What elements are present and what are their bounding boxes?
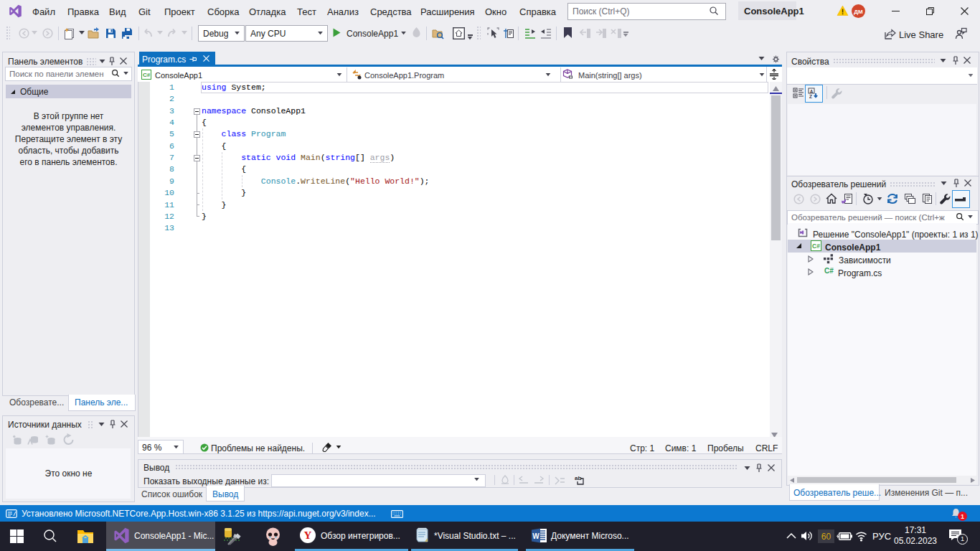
svg-text:W: W [532, 532, 540, 540]
svg-text:Z: Z [809, 94, 812, 99]
svg-text:A: A [810, 89, 814, 94]
svg-text:C#: C# [143, 72, 151, 78]
svg-text:C#: C# [812, 242, 820, 250]
